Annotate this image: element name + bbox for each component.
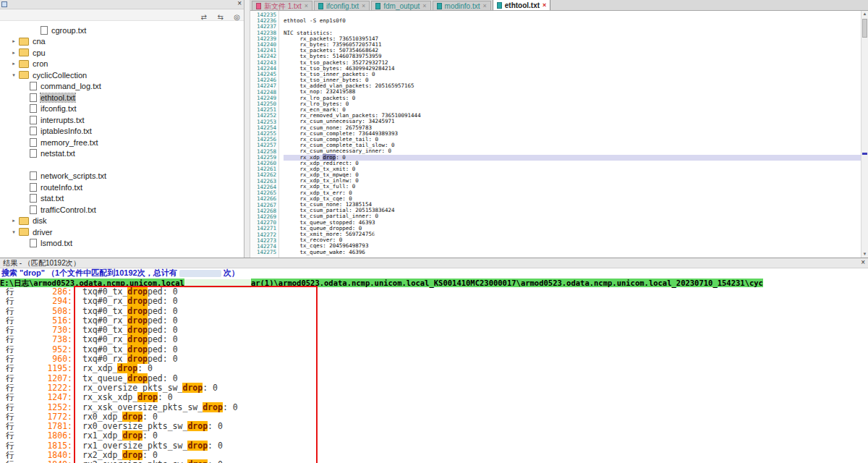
result-row[interactable]: 行294:txq#0_rx_dropped: 0 [0,297,868,306]
result-row[interactable]: 行1252:rx_xsk_oversize_pkts_sw_drop: 0 [0,403,868,412]
tree-item-label: cyclicCollection [33,71,87,80]
results-close-icon[interactable]: × [861,258,865,267]
result-row[interactable]: 行952:txq#0_tx_dropped: 0 [0,345,868,354]
match-highlight: drop [187,459,208,463]
editor-scrollbar[interactable]: ▲ ▼ [861,11,868,258]
scrollbar-thumb[interactable] [862,19,867,38]
result-row[interactable]: 行1840:rx2_xdp_drop: 0 [0,451,868,460]
code-line: rx_xdp_tx_full: 0 [284,184,861,190]
result-row[interactable]: 行1247:rx_xsk_xdp_drop: 0 [0,393,868,402]
result-line-number: 1781: [27,422,72,431]
file-icon [318,3,323,9]
tab-ethtool.txt[interactable]: ethtool.txt× [493,0,551,10]
match-highlight: drop [127,315,148,326]
match-highlight: drop [182,383,203,393]
scroll-up-icon[interactable]: ▲ [861,11,868,17]
result-row[interactable]: 行516:txq#0_rx_dropped: 0 [0,316,868,326]
tree-item-label: cna [33,37,46,46]
tree-item-routeInfo.txt[interactable]: routeInfo.txt [0,182,244,193]
result-line-text: txq#0_rx_dropped: 0 [82,354,178,364]
tab-新文件 1.txt[interactable]: 新文件 1.txt× [252,1,312,10]
tree-item-command_log.txt[interactable]: command_log.txt [0,81,244,93]
tree-folder-cron[interactable]: ▸cron [0,59,244,70]
folder-icon [19,217,29,225]
chevron-right-icon[interactable]: ▸ [9,50,19,56]
match-highlight: drop [127,373,148,383]
code-line: rx_xdp_tx_err: 0 [284,190,861,196]
match-highlight: drop [127,287,148,297]
folder-icon [19,38,29,46]
tree-item-ethtool.txt[interactable]: ethtool.txt [0,92,244,103]
editor[interactable]: 1422351422361422371422381422391422401422… [250,11,861,258]
result-row[interactable]: 行730:txq#0_tx_dropped: 0 [0,326,868,335]
result-row[interactable]: 行508:txq#0_tx_dropped: 0 [0,307,868,316]
tab-close-icon[interactable]: × [542,1,546,10]
result-line-number: 516: [27,316,72,326]
result-line-number: 1252: [27,403,72,412]
tab-ifconfig.txt[interactable]: ifconfig.txt× [314,1,370,10]
chevron-right-icon[interactable]: ▸ [9,218,19,224]
result-row[interactable]: 行1195:rx_xdp_drop: 0 [0,364,868,373]
tree-folder-cyclicCollection[interactable]: ▾cyclicCollection [0,69,244,81]
tree-item-ifconfig.txt[interactable]: ifconfig.txt [0,103,244,115]
search-summary-suffix: 次） [224,268,239,277]
result-row[interactable]: 行738:txq#0_rx_dropped: 0 [0,335,868,344]
tree-item-label: trafficControl.txt [41,205,96,214]
result-row[interactable]: 行1772:rx0_xdp_drop: 0 [0,412,868,422]
chevron-down-icon[interactable]: ▾ [9,72,19,78]
chevron-right-icon[interactable]: ▸ [9,61,19,67]
code-area[interactable]: ethtool -S enp1s0f0 NIC statistics: rx_p… [279,11,861,258]
tree-item-iptablesInfo.txt[interactable]: iptablesInfo.txt [0,126,244,137]
result-row[interactable]: 行1207:tx_queue_dropped: 0 [0,374,868,383]
tree-folder-driver[interactable]: ▾driver [0,226,244,238]
result-row[interactable]: 行1222:rx_oversize_pkts_sw_drop: 0 [0,383,868,393]
chevron-right-icon[interactable]: ▸ [9,38,19,44]
result-row-prefix: 行 [0,431,27,441]
result-line-number: 1806: [27,431,72,441]
code-line: rx_xdp_drop: 0 [284,155,861,161]
file-icon [41,26,48,35]
tab-close-icon[interactable]: × [422,1,426,11]
tree-item-label: ethtool.txt [41,93,75,102]
line-number: 142275 [250,250,276,255]
file-icon [256,3,261,9]
result-row-prefix: 行 [0,316,27,326]
tree-folder-disk[interactable]: ▸disk [0,216,244,227]
result-row[interactable]: 行1781:rx0_oversize_pkts_sw_drop: 0 [0,422,868,431]
scroll-down-icon[interactable]: ▼ [861,251,868,258]
tree-item-stat.txt[interactable]: stat.txt [0,193,244,205]
tab-fdm_output[interactable]: fdm_output× [371,1,430,10]
tree-item-label: ifconfig.txt [41,104,77,113]
file-icon [30,127,37,135]
result-row[interactable]: 行1849:rx2_oversize_pkts_sw_drop: 0 [0,460,868,463]
tree-folder-cna[interactable]: ▸cna [0,36,244,48]
tree-item-cgroup.txt[interactable]: cgroup.txt [0,25,244,36]
tree-item-trafficControl.txt[interactable]: trafficControl.txt [0,204,244,216]
result-row[interactable]: 行1815:rx1_oversize_pkts_sw_drop: 0 [0,441,868,451]
folder-icon [19,71,29,79]
file-icon [30,138,37,147]
result-line-number: 1222: [27,383,72,393]
result-line-text: tx_queue_dropped: 0 [82,374,178,383]
tree-item-label: cron [33,59,48,68]
panel-splitter[interactable] [244,0,250,258]
tree-item-lsmod.txt[interactable]: lsmod.txt [0,238,244,250]
result-row[interactable]: 行960:txq#0_rx_dropped: 0 [0,354,868,364]
result-file-path[interactable]: E:\日志\armod0523.odata.ncmp.unicom.locala… [0,278,868,288]
result-row[interactable]: 行286:txq#0_tx_dropped: 0 [0,287,868,297]
tree-item-interrupts.txt[interactable]: interrupts.txt [0,114,244,126]
tree-item-memory_free.txt[interactable]: memory_free.txt [0,137,244,148]
workspace-header: × [0,0,244,9]
tab-close-icon[interactable]: × [362,1,365,11]
chevron-down-icon[interactable]: ▾ [9,229,19,235]
tab-close-icon[interactable]: × [482,1,486,11]
tree-item-network_scripts.txt[interactable]: network_scripts.txt [0,171,244,182]
workspace-close-icon[interactable]: × [237,0,242,8]
tab-modinfo.txt[interactable]: modinfo.txt× [433,1,491,10]
result-row-prefix: 行 [0,364,27,373]
tab-close-icon[interactable]: × [305,1,308,11]
tree-folder-cpu[interactable]: ▸cpu [0,47,244,59]
result-row[interactable]: 行1806:rx1_xdp_drop: 0 [0,431,868,441]
tree-item-netstat.txt[interactable]: netstat.txt [0,148,244,160]
editor-region: 新文件 1.txt×ifconfig.txt×fdm_output×modinf… [250,0,868,258]
